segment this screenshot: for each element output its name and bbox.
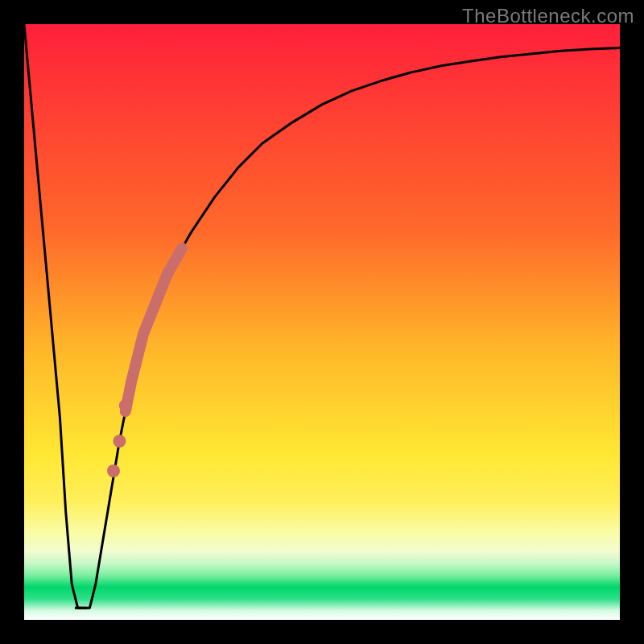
marker-dot: [113, 435, 126, 448]
watermark-text: TheBottleneck.com: [462, 5, 634, 27]
marker-dot: [119, 399, 132, 412]
chart-stage: TheBottleneck.com: [0, 0, 644, 644]
chart-svg: [0, 0, 644, 644]
marker-dot: [107, 464, 120, 477]
chart-background-gradient: [24, 24, 620, 620]
